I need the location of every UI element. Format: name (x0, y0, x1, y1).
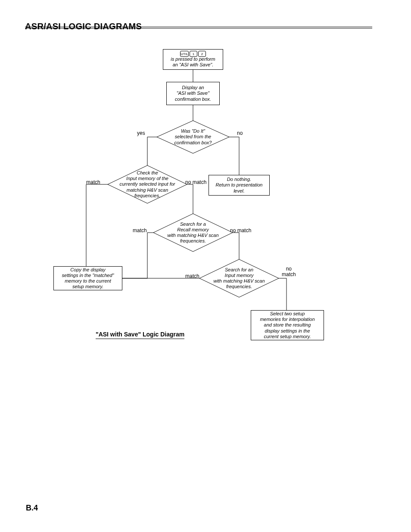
node-interp-text: Select two setup memories for interpolat… (260, 311, 314, 339)
node-doit-text: Was "Do It" selected from the confirmati… (174, 128, 212, 146)
label-nomatch-3-l2: match (282, 272, 296, 277)
node-confirm-text: Display an "ASI with Save" confirmation … (175, 85, 211, 102)
key-2: 2 (198, 51, 206, 57)
header-rule-1 (25, 27, 372, 27)
diagram-caption: "ASI with Save" Logic Diagram (96, 331, 184, 339)
label-nomatch-2: no match (230, 227, 251, 233)
node-nothing: Do nothing. Return to presentation level… (209, 175, 270, 196)
key-sequence: UTIL 1 2 (180, 51, 206, 57)
node-nothing-text: Do nothing. Return to presentation level… (216, 177, 263, 194)
node-check-input: Check the Input memory of the currently … (113, 171, 182, 197)
header-rule-2 (25, 28, 372, 28)
page-title: ASR/ASI LOGIC DIAGRAMS (25, 22, 142, 31)
node-recall: Search for a Recall memory with matching… (159, 221, 227, 245)
node-doit: Was "Do It" selected from the confirmati… (164, 128, 222, 146)
label-match-1: match (86, 179, 100, 185)
node-search-input-text: Search for an Input memory with matching… (213, 267, 265, 290)
label-no: no (237, 130, 243, 136)
key-util: UTIL (180, 51, 189, 57)
node-confirm: Display an "ASI with Save" confirmation … (166, 82, 220, 105)
node-check-input-text: Check the Input memory of the currently … (119, 170, 175, 199)
label-nomatch-1: no match (185, 179, 206, 185)
key-1: 1 (190, 51, 197, 57)
node-copy-text: Copy the display settings in the "matche… (62, 267, 114, 290)
label-match-3: match (185, 273, 199, 279)
label-match-2: match (133, 227, 147, 233)
node-start-text: is pressed to perform an "ASI with Save"… (171, 56, 215, 68)
label-nomatch-3: no match (282, 266, 296, 277)
label-yes: yes (137, 130, 145, 136)
diagram: is pressed to perform an "ASI with Save"… (0, 47, 411, 358)
node-copy: Copy the display settings in the "matche… (53, 266, 122, 290)
node-recall-text: Search for a Recall memory with matching… (167, 221, 218, 244)
node-interp: Select two setup memories for interpolat… (251, 310, 324, 340)
page-number: B.4 (26, 504, 38, 513)
page: ASR/ASI LOGIC DIAGRAMS (0, 0, 411, 532)
node-search-input: Search for an Input memory with matching… (205, 266, 274, 290)
